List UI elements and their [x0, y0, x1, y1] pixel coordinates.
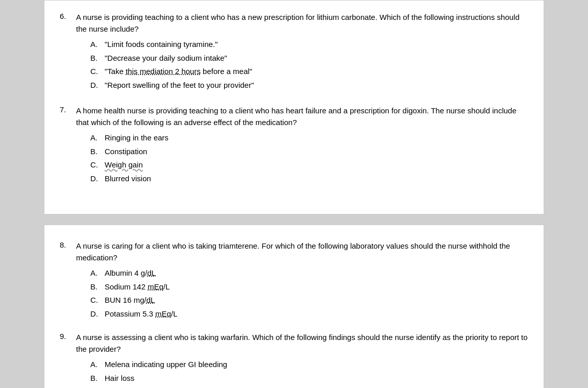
answer-6a-letter: A.: [90, 39, 105, 51]
question-6-text: A nurse is providing teaching to a clien…: [76, 12, 528, 35]
answer-9b-letter: B.: [90, 373, 105, 384]
answer-7a-text: Ringing in the ears: [105, 132, 528, 144]
answer-7a: A. Ringing in the ears: [90, 132, 528, 144]
answer-8c-letter: C.: [90, 295, 105, 306]
answer-6b: B. "Decrease your daily sodium intake": [90, 53, 528, 64]
question-7-text: A home health nurse is providing teachin…: [76, 105, 528, 128]
answer-8a-text: Albumin 4 g/dL: [105, 268, 528, 279]
answer-7b: B. Constipation: [90, 146, 528, 158]
answer-6d-text: "Report swelling of the feet to your pro…: [105, 80, 528, 91]
question-8-answers: A. Albumin 4 g/dL B. Sodium 142 mEq/L C.…: [90, 268, 528, 320]
answer-6c-text: "Take this mediation 2 hours before a me…: [105, 66, 528, 78]
answer-9c-letter: C.: [90, 386, 105, 388]
answer-7d-letter: D.: [90, 173, 105, 185]
answer-8b-text: Sodium 142 mEq/L: [105, 281, 528, 293]
answer-9c: C. Abdominal cramping: [90, 386, 528, 388]
question-7-answers: A. Ringing in the ears B. Constipation C…: [90, 132, 528, 184]
answer-7b-text: Constipation: [105, 146, 528, 158]
answer-6d-letter: D.: [90, 80, 105, 91]
question-9-answers: A. Melena indicating upper GI bleeding B…: [90, 359, 528, 388]
question-7: 7. A home health nurse is providing teac…: [60, 105, 528, 186]
answer-7c-text: Weigh gain: [105, 159, 528, 171]
question-9: 9. A nurse is assessing a client who is …: [60, 332, 528, 388]
answer-6c: C. "Take this mediation 2 hours before a…: [90, 66, 528, 78]
answer-6b-text: "Decrease your daily sodium intake": [105, 53, 528, 64]
answer-7d: D. Blurred vision: [90, 173, 528, 185]
answer-7d-text: Blurred vision: [105, 173, 528, 185]
question-9-number: 9.: [60, 332, 76, 355]
question-6-number: 6.: [60, 12, 76, 35]
answer-7c-letter: C.: [90, 159, 105, 171]
answer-9b-text: Hair loss: [105, 373, 528, 384]
answer-6d: D. "Report swelling of the feet to your …: [90, 80, 528, 91]
answer-8d-text: Potassium 5.3 mEq/L: [105, 308, 528, 320]
question-8-text: A nurse is caring for a client who is ta…: [76, 240, 528, 263]
answer-8a-letter: A.: [90, 268, 105, 279]
answer-8b-letter: B.: [90, 281, 105, 293]
answer-6a-text: "Limit foods containing tyramine.": [105, 39, 528, 51]
answer-8c: C. BUN 16 mg/dL: [90, 295, 528, 306]
answer-6b-letter: B.: [90, 53, 105, 64]
answer-9b: B. Hair loss: [90, 373, 528, 384]
answer-9a-text: Melena indicating upper GI bleeding: [105, 359, 528, 371]
answer-7a-letter: A.: [90, 132, 105, 144]
answer-9c-text: Abdominal cramping: [105, 386, 528, 388]
answer-7c: C. Weigh gain: [90, 159, 528, 171]
question-7-number: 7.: [60, 105, 76, 128]
answer-7b-letter: B.: [90, 146, 105, 158]
answer-8c-text: BUN 16 mg/dL: [105, 295, 528, 306]
question-6-answers: A. "Limit foods containing tyramine." B.…: [90, 39, 528, 91]
answer-9a-letter: A.: [90, 359, 105, 371]
answer-6c-letter: C.: [90, 66, 105, 78]
answer-8d: D. Potassium 5.3 mEq/L: [90, 308, 528, 320]
answer-6a: A. "Limit foods containing tyramine.": [90, 39, 528, 51]
question-8: 8. A nurse is caring for a client who is…: [60, 240, 528, 320]
answer-8d-letter: D.: [90, 308, 105, 320]
answer-9a: A. Melena indicating upper GI bleeding: [90, 359, 528, 371]
question-9-text: A nurse is assessing a client who is tak…: [76, 332, 528, 355]
answer-8b: B. Sodium 142 mEq/L: [90, 281, 528, 293]
answer-8a: A. Albumin 4 g/dL: [90, 268, 528, 279]
question-6: 6. A nurse is providing teaching to a cl…: [60, 12, 528, 93]
question-8-number: 8.: [60, 240, 76, 263]
